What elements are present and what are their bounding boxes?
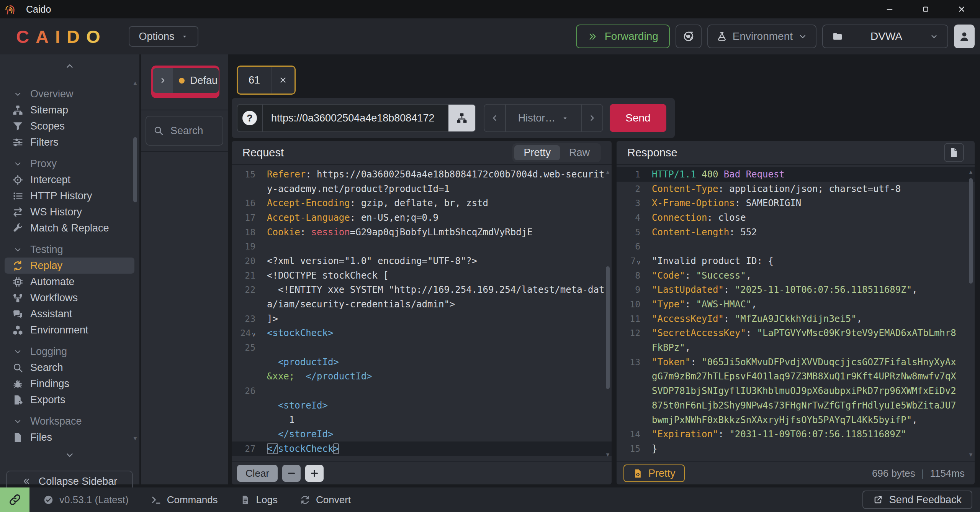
increase-button[interactable]	[305, 465, 324, 482]
sidebar-group-overview[interactable]: Overview	[5, 86, 134, 102]
window-maximize-button[interactable]	[917, 0, 934, 18]
project-selector-button[interactable]: DVWA	[822, 25, 948, 48]
convert-button[interactable]: Convert	[300, 494, 351, 506]
raw-tab[interactable]: Raw	[560, 145, 599, 160]
code-line: 25	[232, 340, 612, 355]
collection-label: Defau	[190, 75, 218, 87]
browser-button[interactable]	[676, 25, 702, 48]
session-collection-row[interactable]: Defau	[153, 68, 219, 93]
code-line: gG7m9zBm27hTLEpsvF4O1laq97Z3MB8XuQ1r9Kft…	[617, 369, 975, 384]
session-search-box[interactable]	[146, 116, 223, 146]
url-input[interactable]: https://0a36002504a4e18b8084172	[263, 105, 448, 131]
request-scrollbar: ▲ ▼	[605, 169, 610, 458]
sidebar-item-automate[interactable]: Automate	[5, 274, 134, 290]
connection-settings-button[interactable]	[448, 105, 475, 131]
request-panel-title: Request	[242, 146, 284, 159]
code-line: &xxe; </productId>	[232, 369, 612, 384]
code-line: 17 Accept-Language: en-US,en;q=0.9	[232, 210, 612, 225]
sidebar-scroll-up-button[interactable]	[0, 54, 139, 78]
response-viewer[interactable]: ▲ ▼ 1 HTTP/1.1 400 Bad Request 2 Content…	[617, 165, 975, 461]
sidebar-item-label: HTTP History	[30, 190, 92, 202]
version-indicator[interactable]: v0.53.1 (Latest)	[43, 494, 129, 506]
code-line: 4 Connection: close	[617, 210, 975, 225]
code-line: 18 Cookie: session=G29ap0qjBobfyLLmtbShc…	[232, 225, 612, 240]
decrease-button[interactable]	[282, 465, 301, 482]
sidebar-item-replay[interactable]: Replay	[5, 258, 134, 274]
sidebar-group-logging[interactable]: Logging	[5, 343, 134, 359]
search-icon	[153, 125, 164, 136]
request-scrollbar-thumb[interactable]	[606, 266, 610, 389]
connection-info-icon[interactable]: ?	[237, 105, 263, 131]
code-line: SVDP781bjSNIgyflIU3KhblmuOJ9pX6aubpxiPkD…	[617, 384, 975, 398]
line-number: 7v	[617, 256, 646, 266]
sliders-icon	[11, 137, 24, 148]
sidebar-item-intercept[interactable]: Intercept	[5, 172, 134, 188]
sidebar-item-search[interactable]: Search	[5, 359, 134, 376]
line-number: 4	[617, 213, 646, 223]
replay-tab-61[interactable]: 61	[237, 66, 296, 95]
send-feedback-button[interactable]: Send Feedback	[862, 491, 972, 509]
window-close-button[interactable]	[953, 0, 970, 18]
sidebar-group-workspace[interactable]: Workspace	[5, 413, 134, 429]
history-dropdown[interactable]: Histor…	[505, 105, 582, 131]
code-line: 7v "Invalid product ID: {	[617, 254, 975, 268]
sidebar-item-scopes[interactable]: Scopes	[5, 118, 134, 134]
code-line: 1	[232, 413, 612, 427]
sidebar-scroll-down-button[interactable]	[0, 443, 139, 467]
sidebar-item-files[interactable]: Files	[5, 429, 134, 443]
sidebar-group-testing[interactable]: Testing	[5, 241, 134, 258]
commands-button[interactable]: Commands	[151, 494, 218, 506]
pretty-tab[interactable]: Pretty	[514, 145, 560, 160]
copy-response-button[interactable]	[944, 143, 964, 162]
fold-toggle-icon[interactable]: v	[252, 331, 255, 338]
sidebar-scrollbar-thumb[interactable]	[133, 137, 137, 202]
sidebar-item-workflows[interactable]: Workflows	[5, 290, 134, 306]
chevrons-right-icon	[587, 31, 598, 42]
collapse-sidebar-label: Collapse Sidebar	[39, 476, 118, 487]
sidebar-item-findings[interactable]: Findings	[5, 376, 134, 392]
logs-button[interactable]: Logs	[240, 494, 278, 506]
brand-letter: C	[16, 26, 30, 47]
sidebar-group-label: Overview	[30, 88, 74, 100]
send-button[interactable]: Send	[610, 104, 666, 132]
response-scrollbar-thumb[interactable]	[969, 178, 973, 284]
environment-label: Environment	[733, 30, 793, 43]
response-pretty-button[interactable]: Pretty	[623, 464, 685, 482]
sidebar-item-assistant[interactable]: Assistant	[5, 306, 134, 322]
user-avatar-button[interactable]	[954, 25, 975, 48]
sidebar-item-filters[interactable]: Filters	[5, 134, 134, 150]
environment-selector-button[interactable]: Environment	[707, 25, 816, 48]
brand-letter: O	[86, 26, 101, 47]
search-input[interactable]	[170, 125, 216, 137]
fold-toggle-icon[interactable]: v	[637, 259, 640, 266]
sidebar-item-ws-history[interactable]: WS History	[5, 204, 134, 220]
brand-letter: A	[36, 26, 49, 47]
history-back-button[interactable]	[484, 105, 505, 131]
code-line: <productId>	[232, 355, 612, 369]
sidebar-item-sitemap[interactable]: Sitemap	[5, 102, 134, 118]
clear-button[interactable]: Clear	[237, 465, 278, 482]
sidebar-group-proxy[interactable]: Proxy	[5, 156, 134, 172]
sidebar-item-http-history[interactable]: HTTP History	[5, 188, 134, 204]
forwarding-button[interactable]: Forwarding	[576, 25, 670, 48]
history-forward-button[interactable]	[582, 105, 602, 131]
line-number: 13	[617, 357, 646, 367]
sidebar-item-environment[interactable]: Environment	[5, 322, 134, 338]
options-button[interactable]: Options	[129, 26, 198, 47]
tab-close-button[interactable]	[271, 67, 294, 94]
line-number: 19	[232, 241, 261, 251]
sidebar-item-match-replace[interactable]: Match & Replace	[5, 220, 134, 236]
line-number: 22	[232, 285, 261, 295]
request-editor[interactable]: ▲ ▼ 15 Referer: https://0a36002504a4e18b…	[232, 165, 612, 461]
sidebar-item-label: Search	[30, 362, 63, 374]
sidebar-group-label: Proxy	[30, 158, 57, 170]
code-line: bwmjPxNWhF0xBkkzSnXAxryHjfsOYb5PAYq7L4Kk…	[617, 413, 975, 427]
list-icon	[11, 190, 24, 202]
sidebar-item-exports[interactable]: Exports	[5, 392, 134, 408]
connection-link-button[interactable]	[0, 487, 29, 512]
line-number: 6	[617, 241, 646, 251]
files-icon	[11, 432, 24, 443]
expand-collection-button[interactable]	[153, 68, 173, 93]
window-minimize-button[interactable]	[881, 0, 898, 18]
code-line: 2 Content-Type: application/json; charse…	[617, 182, 975, 196]
